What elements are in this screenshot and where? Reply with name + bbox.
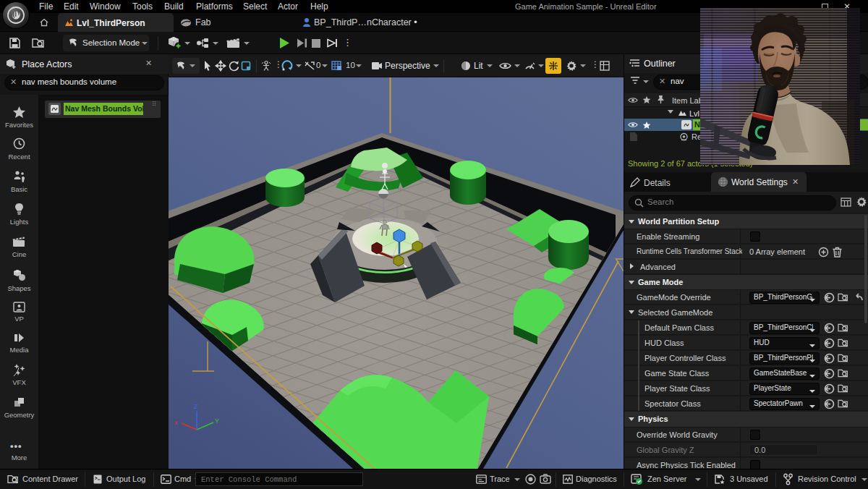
svg-text:x: x xyxy=(174,419,178,426)
svg-text:Z: Z xyxy=(194,403,198,410)
svg-text:Y: Y xyxy=(215,417,219,425)
